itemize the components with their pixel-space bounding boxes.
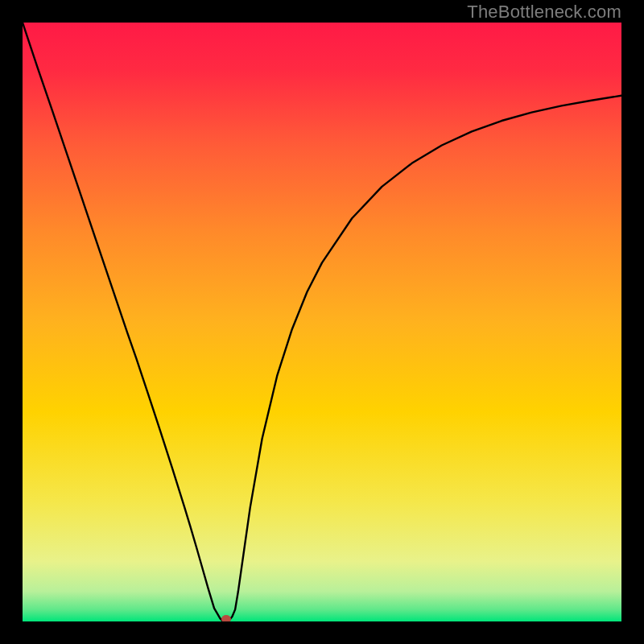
plot-area [23,23,621,621]
chart-svg [23,23,621,621]
watermark-text: TheBottleneck.com [467,2,621,23]
chart-frame: TheBottleneck.com [0,0,644,644]
